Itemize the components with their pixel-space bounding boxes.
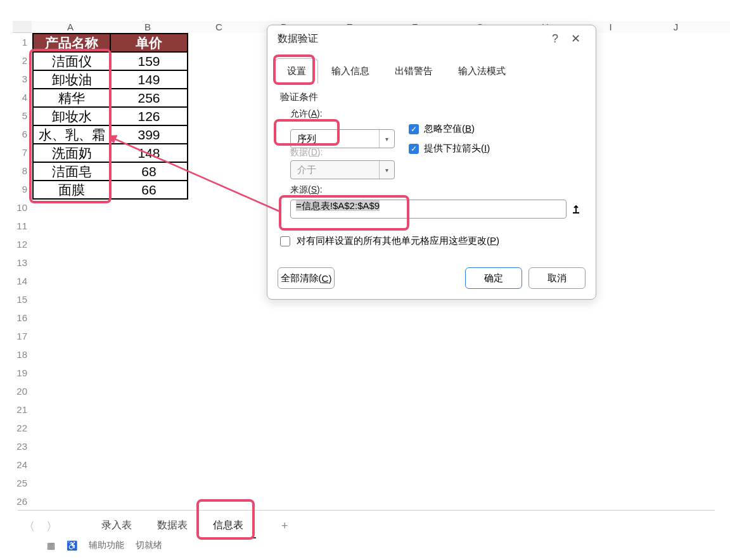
select-all-corner[interactable] xyxy=(13,21,32,33)
row-header-22[interactable]: 22 xyxy=(13,419,32,437)
header-price[interactable]: 单价 xyxy=(110,34,188,52)
cell-price[interactable]: 149 xyxy=(110,70,188,89)
in-cell-dropdown-checkbox[interactable]: ✓ 提供下拉箭头(I) xyxy=(409,143,490,155)
table-row: 卸妆油149 xyxy=(33,70,188,89)
cell-price[interactable]: 256 xyxy=(110,89,188,107)
status-bar: ▦ ♿ 辅助功能 切就绪 xyxy=(47,540,162,551)
source-label: 来源(S): xyxy=(290,184,323,196)
row-header-23[interactable]: 23 xyxy=(13,437,32,455)
row-header-10[interactable]: 10 xyxy=(13,198,32,217)
row-header-5[interactable]: 5 xyxy=(13,106,32,125)
cancel-button[interactable]: 取消 xyxy=(528,267,586,289)
header-product-name[interactable]: 产品名称 xyxy=(33,34,110,52)
sheet-tab-data[interactable]: 数据表 xyxy=(144,514,200,538)
row-header-18[interactable]: 18 xyxy=(13,345,32,364)
row-header-2[interactable]: 2 xyxy=(13,51,32,70)
add-sheet-button[interactable]: + xyxy=(281,519,288,533)
tab-settings[interactable]: 设置 xyxy=(275,58,318,84)
row-header-8[interactable]: 8 xyxy=(13,162,32,180)
cell-price[interactable]: 66 xyxy=(110,181,188,199)
column-header-J[interactable]: J xyxy=(643,21,708,33)
cell-product-name[interactable]: 精华 xyxy=(33,89,110,107)
dropdown-label: 提供下拉箭头(I) xyxy=(424,143,490,155)
close-button[interactable]: ✕ xyxy=(565,32,586,46)
source-input[interactable]: =信息表!$A$2:$A$9 xyxy=(290,200,567,219)
cell-product-name[interactable]: 面膜 xyxy=(33,181,110,199)
tab-input-message[interactable]: 输入信息 xyxy=(319,58,381,84)
dialog-button-row: 全部清除(C) 确定 取消 xyxy=(267,261,596,299)
cell-price[interactable]: 126 xyxy=(110,107,188,125)
dialog-body: 验证条件 允许(A): 序列 ▾ ✓ 忽略空值(B) xyxy=(267,84,596,261)
product-table: 产品名称 单价 洁面仪159卸妆油149精华256卸妆水126水、乳、霜399洗… xyxy=(32,33,188,200)
status-ready: 切就绪 xyxy=(136,540,162,551)
collapse-icon[interactable] xyxy=(569,200,583,218)
row-header-7[interactable]: 7 xyxy=(13,143,32,162)
column-header-B[interactable]: B xyxy=(109,21,186,33)
column-header-C[interactable]: C xyxy=(186,21,252,33)
sheet-tab-entry[interactable]: 录入表 xyxy=(89,514,144,538)
apply-all-label: 对有同样设置的所有其他单元格应用这些更改(P) xyxy=(297,235,499,247)
row-header-24[interactable]: 24 xyxy=(13,455,32,474)
row-header-26[interactable]: 26 xyxy=(13,492,32,511)
row-header-13[interactable]: 13 xyxy=(13,253,32,272)
help-button[interactable]: ? xyxy=(545,32,565,46)
spreadsheet-grid: 1234567891011121314151617181920212223242… xyxy=(13,33,32,511)
row-header-25[interactable]: 25 xyxy=(13,474,32,492)
row-header-15[interactable]: 15 xyxy=(13,290,32,309)
row-header-14[interactable]: 14 xyxy=(13,272,32,290)
apply-all-checkbox[interactable] xyxy=(280,236,290,246)
table-row: 洁面皂68 xyxy=(33,162,188,181)
cell-price[interactable]: 148 xyxy=(110,144,188,162)
ignore-blank-label: 忽略空值(B) xyxy=(424,123,475,135)
cell-price[interactable]: 399 xyxy=(110,125,188,144)
cell-product-name[interactable]: 卸妆油 xyxy=(33,70,110,89)
tab-ime-mode[interactable]: 输入法模式 xyxy=(446,58,518,84)
accessibility-label: 辅助功能 xyxy=(89,540,124,551)
row-header-17[interactable]: 17 xyxy=(13,327,32,345)
row-header-4[interactable]: 4 xyxy=(13,88,32,106)
cell-product-name[interactable]: 洁面皂 xyxy=(33,162,110,181)
section-validation-criteria: 验证条件 xyxy=(280,91,583,103)
cell-product-name[interactable]: 洁面仪 xyxy=(33,52,110,70)
accessibility-icon: ♿ xyxy=(67,540,77,550)
row-header-19[interactable]: 19 xyxy=(13,364,32,382)
row-header-3[interactable]: 3 xyxy=(13,70,32,88)
table-row: 水、乳、霜399 xyxy=(33,125,188,144)
data-select: 介于 ▾ xyxy=(290,160,395,179)
row-header-20[interactable]: 20 xyxy=(13,382,32,400)
row-header-16[interactable]: 16 xyxy=(13,309,32,327)
column-header-K[interactable]: K xyxy=(708,21,730,33)
dialog-tabs: 设置 输入信息 出错警告 输入法模式 xyxy=(267,52,596,84)
allow-select[interactable]: 序列 ▾ xyxy=(290,129,395,148)
tab-error-alert[interactable]: 出错警告 xyxy=(383,58,445,84)
row-header-1[interactable]: 1 xyxy=(13,33,32,51)
row-header-12[interactable]: 12 xyxy=(13,235,32,253)
row-header-6[interactable]: 6 xyxy=(13,125,32,143)
allow-label: 允许(A): xyxy=(290,108,323,120)
chevron-down-icon: ▾ xyxy=(379,161,394,179)
sheet-tabs: 录入表 数据表 信息表 xyxy=(89,514,256,538)
sheet-tab-info[interactable]: 信息表 xyxy=(200,514,256,538)
cell-product-name[interactable]: 洗面奶 xyxy=(33,144,110,162)
prev-sheet-arrow[interactable]: 〈 xyxy=(18,519,41,534)
data-value: 介于 xyxy=(297,164,316,176)
row-header-9[interactable]: 9 xyxy=(13,180,32,198)
cell-product-name[interactable]: 卸妆水 xyxy=(33,107,110,125)
cell-price[interactable]: 68 xyxy=(110,162,188,181)
column-header-A[interactable]: A xyxy=(32,21,109,33)
sheet-navigation: 〈 〉 录入表 数据表 信息表 + xyxy=(18,510,715,538)
ok-button[interactable]: 确定 xyxy=(465,267,522,289)
cell-price[interactable]: 159 xyxy=(110,52,188,70)
row-header-11[interactable]: 11 xyxy=(13,217,32,235)
data-validation-dialog: 数据验证 ? ✕ 设置 输入信息 出错警告 输入法模式 验证条件 允许(A): … xyxy=(267,25,596,300)
next-sheet-arrow[interactable]: 〉 xyxy=(41,519,63,534)
ignore-blank-checkbox[interactable]: ✓ 忽略空值(B) xyxy=(409,123,490,135)
table-row: 洗面奶148 xyxy=(33,144,188,162)
dialog-title-bar: 数据验证 ? ✕ xyxy=(267,25,596,52)
clear-all-button[interactable]: 全部清除(C) xyxy=(278,267,335,289)
grid-icon: ▦ xyxy=(47,540,55,550)
source-value: =信息表!$A$2:$A$9 xyxy=(296,200,380,211)
cell-product-name[interactable]: 水、乳、霜 xyxy=(33,125,110,144)
dialog-title: 数据验证 xyxy=(278,32,545,46)
row-header-21[interactable]: 21 xyxy=(13,400,32,419)
